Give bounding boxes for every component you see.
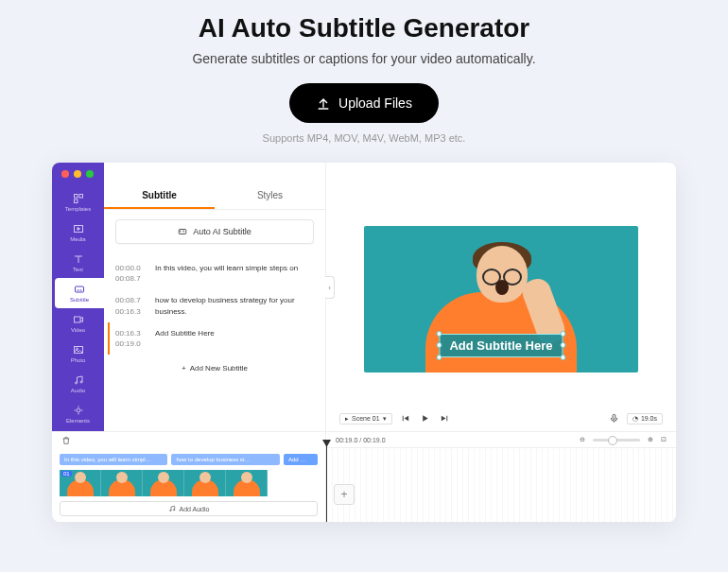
sidebar-item-audio[interactable]: Audio	[52, 369, 104, 399]
resize-handle[interactable]	[436, 331, 442, 337]
sidebar-item-label: Media	[70, 236, 85, 242]
add-subtitle-button[interactable]: + Add New Subtitle	[182, 364, 248, 373]
preview-panel: ‹ ⟳ Add Subtitle Here	[326, 163, 676, 431]
svg-rect-4	[76, 286, 84, 292]
window-controls	[52, 163, 103, 185]
svg-point-10	[77, 408, 80, 412]
subtitle-times: 00:00.000:08.7	[115, 263, 147, 284]
zoom-in-button[interactable]: ⊕	[648, 436, 653, 443]
subtitle-overlay[interactable]: Add Subtitle Here	[439, 334, 563, 357]
minimize-icon[interactable]	[74, 170, 81, 178]
collapse-panel-button[interactable]: ‹	[325, 276, 335, 299]
svg-rect-1	[79, 195, 83, 199]
upload-button-label: Upload Files	[338, 95, 412, 111]
subtitle-track: In this video, you will learn simpl… how…	[52, 451, 325, 468]
sidebar-item-overlays[interactable]: Overlays	[52, 429, 104, 431]
sidebar-item-label: Audio	[71, 388, 85, 393]
zoom-slider[interactable]	[593, 439, 640, 442]
subtitle-panel: Subtitle Styles Auto AI Subtitle 00:00.0…	[104, 163, 326, 431]
plus-icon: +	[182, 364, 186, 373]
subtitle-text: Add Subtitle Here	[155, 328, 215, 349]
sidebar: Templates Media Text Subtitle Video Phot…	[52, 163, 104, 431]
sidebar-item-label: Templates	[65, 206, 91, 212]
subtitle-overlay-text: Add Subtitle Here	[449, 338, 552, 353]
subtitle-times: 00:16.300:19.0	[115, 328, 147, 349]
sidebar-item-label: Text	[73, 267, 83, 272]
sidebar-item-label: Elements	[66, 418, 90, 424]
clock-icon: ◔	[633, 415, 638, 423]
music-icon	[168, 505, 176, 512]
sidebar-item-media[interactable]: Media	[52, 217, 104, 248]
photo-icon	[73, 344, 84, 355]
sidebar-item-label: Photo	[71, 357, 86, 363]
resize-handle[interactable]	[561, 342, 566, 348]
svg-rect-16	[613, 414, 615, 419]
scene-selector[interactable]: ▸ Scene 01 ▾	[339, 413, 392, 425]
subtitle-text: In this video, you will learn simple ste…	[155, 263, 298, 284]
sidebar-item-label: Video	[71, 327, 85, 333]
add-audio-label: Add Audio	[180, 506, 210, 512]
svg-rect-2	[74, 199, 78, 203]
auto-ai-subtitle-button[interactable]: Auto AI Subtitle	[115, 219, 314, 244]
subtitle-times: 00:08.700:16.3	[115, 295, 147, 316]
resize-handle[interactable]	[436, 355, 442, 360]
subtitle-clip[interactable]: Add …	[284, 454, 318, 465]
subtitle-row[interactable]: 00:08.700:16.3 how to develop business s…	[113, 289, 316, 321]
svg-rect-0	[74, 195, 78, 199]
subtitle-text: how to develop business strategy for you…	[155, 295, 314, 316]
svg-point-9	[80, 381, 82, 383]
add-subtitle-label: Add New Subtitle	[190, 364, 248, 373]
tab-subtitle[interactable]: Subtitle	[104, 183, 215, 209]
media-icon	[73, 223, 84, 234]
elements-icon	[73, 405, 84, 416]
upload-files-button[interactable]: Upload Files	[289, 83, 439, 123]
time-display: 00:19.0 / 00:19.0	[336, 437, 386, 443]
close-icon[interactable]	[61, 170, 69, 178]
sidebar-item-elements[interactable]: Elements	[52, 399, 104, 429]
resize-handle[interactable]	[436, 342, 442, 348]
maximize-icon[interactable]	[86, 170, 94, 178]
subtitle-clip[interactable]: In this video, you will learn simpl…	[60, 454, 167, 465]
video-icon	[73, 314, 84, 325]
sidebar-item-video[interactable]: Video	[52, 308, 104, 338]
video-preview[interactable]: ⟳ Add Subtitle Here	[364, 226, 638, 373]
mic-button[interactable]	[607, 411, 621, 425]
svg-point-18	[173, 510, 174, 511]
add-scene-button[interactable]: +	[334, 484, 355, 505]
supports-text: Supports MP4, MOV, M4V, WebM, MP3 etc.	[0, 132, 728, 144]
subtitle-row[interactable]: 00:00.000:08.7 In this video, you will l…	[113, 257, 316, 289]
fit-button[interactable]: ⊡	[661, 436, 667, 443]
sidebar-item-text[interactable]: Text	[52, 248, 104, 278]
editor-window: Templates Media Text Subtitle Video Phot…	[52, 163, 676, 522]
timeline-ruler[interactable]: +	[326, 447, 676, 522]
delete-button[interactable]	[61, 436, 71, 447]
templates-icon	[73, 193, 84, 204]
sidebar-item-templates[interactable]: Templates	[52, 187, 104, 217]
svg-rect-5	[74, 317, 80, 322]
timeline: In this video, you will learn simpl… how…	[52, 431, 676, 522]
cc-icon	[178, 227, 187, 236]
sidebar-item-label: Subtitle	[70, 297, 89, 303]
subtitle-row[interactable]: 00:16.300:19.0 Add Subtitle Here	[108, 322, 316, 355]
sidebar-item-subtitle[interactable]: Subtitle	[55, 278, 104, 308]
text-icon	[73, 253, 84, 265]
page-title: AI Auto Subtitle Generator	[0, 13, 728, 43]
sidebar-item-photo[interactable]: Photo	[52, 338, 104, 369]
svg-point-17	[169, 510, 170, 511]
page-subtitle: Generate subtitles or captions for your …	[0, 51, 728, 66]
playhead[interactable]	[326, 441, 327, 522]
video-track[interactable]: 01	[52, 468, 325, 498]
duration-display: ◔ 19.0s	[627, 413, 663, 425]
play-button[interactable]	[418, 411, 432, 425]
svg-point-8	[75, 382, 77, 384]
upload-icon	[316, 95, 331, 111]
next-button[interactable]	[438, 411, 452, 425]
scene-number: 01	[61, 471, 72, 477]
zoom-out-button[interactable]: ⊖	[580, 436, 585, 443]
tab-styles[interactable]: Styles	[215, 183, 325, 209]
subtitle-icon	[74, 284, 85, 295]
audio-icon	[73, 374, 84, 386]
prev-button[interactable]	[398, 411, 412, 425]
subtitle-clip[interactable]: how to develop business st…	[171, 454, 279, 465]
add-audio-button[interactable]: Add Audio	[60, 501, 318, 516]
